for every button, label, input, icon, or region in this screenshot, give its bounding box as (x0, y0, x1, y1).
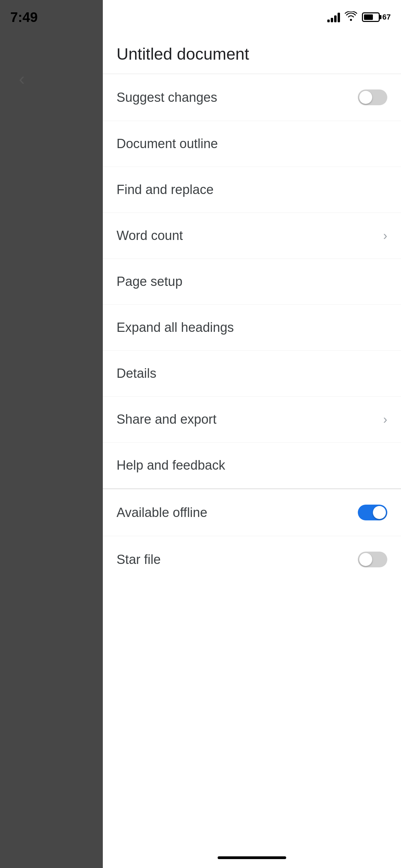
chevron-word-count-icon: › (383, 229, 387, 243)
toggle-thumb-suggest-changes (359, 91, 372, 104)
toggle-star-file[interactable] (358, 552, 387, 567)
menu-item-star-file[interactable]: Star file (103, 536, 401, 583)
menu-item-label-expand-headings: Expand all headings (117, 320, 234, 335)
toggle-suggest-changes[interactable] (358, 89, 387, 105)
menu-list: Suggest changes Document outline Find an… (103, 74, 401, 847)
status-bar: 67 (103, 0, 401, 34)
battery-level: 67 (382, 13, 391, 22)
menu-item-label-details: Details (117, 366, 156, 381)
chevron-share-export-icon: › (383, 412, 387, 427)
battery-indicator: 67 (362, 12, 391, 22)
toggle-available-offline[interactable] (358, 505, 387, 520)
toggle-thumb-available-offline (373, 506, 386, 519)
menu-item-help-feedback[interactable]: Help and feedback (103, 443, 401, 489)
menu-item-label-star-file: Star file (117, 552, 161, 567)
menu-item-label-page-setup: Page setup (117, 274, 182, 289)
menu-item-label-share-export: Share and export (117, 412, 217, 427)
menu-item-suggest-changes[interactable]: Suggest changes (103, 74, 401, 121)
menu-item-find-replace[interactable]: Find and replace (103, 167, 401, 213)
wifi-icon (345, 11, 357, 23)
menu-item-page-setup[interactable]: Page setup (103, 259, 401, 305)
document-title-row: Untitled document (103, 34, 401, 74)
menu-item-label-available-offline: Available offline (117, 505, 207, 520)
menu-item-label-find-replace: Find and replace (117, 182, 214, 197)
home-indicator (218, 856, 286, 859)
toggle-thumb-star-file (359, 553, 372, 566)
menu-item-label-document-outline: Document outline (117, 136, 218, 151)
menu-item-expand-headings[interactable]: Expand all headings (103, 305, 401, 351)
menu-item-document-outline[interactable]: Document outline (103, 121, 401, 167)
menu-item-label-word-count: Word count (117, 228, 183, 243)
status-icons: 67 (327, 11, 391, 23)
back-button[interactable]: ‹ (19, 69, 25, 89)
menu-item-word-count[interactable]: Word count › (103, 213, 401, 259)
menu-item-available-offline[interactable]: Available offline (103, 489, 401, 536)
menu-item-details[interactable]: Details (103, 351, 401, 397)
signal-icon (327, 12, 340, 22)
main-panel: 67 Untitled document Suggest changes Doc… (103, 0, 401, 868)
bottom-bar (103, 847, 401, 868)
menu-item-label-suggest-changes: Suggest changes (117, 90, 217, 105)
menu-item-label-help-feedback: Help and feedback (117, 458, 225, 473)
menu-item-share-export[interactable]: Share and export › (103, 397, 401, 443)
left-overlay (0, 0, 103, 868)
document-title: Untitled document (117, 45, 387, 63)
status-time: 7:49 (10, 10, 38, 25)
